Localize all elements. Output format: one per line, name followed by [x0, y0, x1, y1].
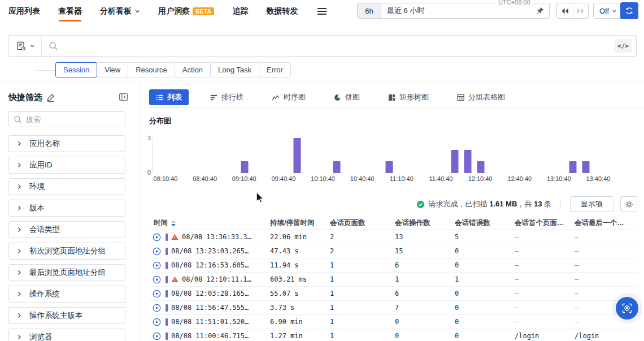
session-time: 08/08 11:56:47.555… [171, 304, 249, 312]
distribution-bar[interactable] [241, 161, 249, 173]
column-header-actions[interactable]: 会话操作数 [395, 218, 455, 228]
distribution-bar[interactable] [477, 161, 485, 173]
table-row[interactable]: 08/08 13:36:33.3… 22.06 min 2 13 5 – – [149, 230, 637, 244]
tab-error[interactable]: Error [259, 62, 291, 77]
tab-view[interactable]: View [97, 62, 128, 77]
skip-forward-button[interactable] [573, 3, 589, 18]
session-time: 08/08 12:03:28.165… [171, 290, 249, 297]
filter-panel[interactable]: 操作系统主版本 [8, 307, 125, 324]
session-duration: 1.27 min [270, 332, 330, 340]
filter-panel[interactable]: 环境 [8, 178, 125, 195]
view-pie-button[interactable]: 饼图 [327, 89, 367, 105]
x-tick-label: 10:10:40 [311, 175, 335, 182]
tab-long-task[interactable]: Long Task [210, 62, 259, 77]
display-items-button[interactable]: 显示项 [570, 196, 613, 212]
filter-panel[interactable]: 版本 [8, 200, 125, 217]
chevron-right-icon [16, 248, 22, 254]
filter-panel[interactable]: 浏览器 [8, 329, 125, 341]
session-type-bar [166, 234, 168, 241]
distribution-bar[interactable] [569, 161, 576, 173]
settings-button[interactable] [620, 196, 637, 212]
x-tick-label: 08:10:40 [154, 175, 178, 182]
session-page-count: 1 [330, 290, 395, 297]
session-duration: 11.94 s [270, 261, 330, 269]
view-list-button[interactable]: 列表 [149, 89, 189, 105]
session-replay-button[interactable] [153, 261, 161, 270]
nav-item-app-list[interactable]: 应用列表 [8, 6, 40, 16]
session-replay-button[interactable] [153, 290, 161, 298]
view-treemap-button[interactable]: 矩形树图 [381, 89, 436, 105]
column-header-first-page[interactable]: 会话首个页面… [515, 218, 575, 228]
distribution-bar[interactable] [385, 161, 393, 173]
skip-back-button[interactable] [557, 3, 573, 18]
view-ranking-button[interactable]: 排行榜 [203, 89, 250, 105]
nav-item-data-forwarding[interactable]: 数据转发 [266, 6, 298, 16]
session-action-count: 6 [395, 290, 455, 297]
session-error-count: 1 [455, 275, 515, 283]
session-action-count: 0 [395, 318, 455, 326]
session-replay-button[interactable] [153, 332, 161, 340]
saved-views-dropdown[interactable] [9, 36, 42, 56]
session-time: 08/08 12:10:11.1… [182, 275, 251, 283]
filter-panel[interactable]: 操作系统 [8, 286, 125, 303]
tab-session[interactable]: Session [55, 62, 97, 77]
session-time: 08/08 13:23:03.265… [171, 247, 249, 255]
time-range-picker[interactable]: UTC+08:00 6h 最近 6 小时 [357, 3, 550, 19]
session-replay-button[interactable] [153, 318, 161, 326]
distribution-bar[interactable] [464, 150, 471, 173]
column-header-pages[interactable]: 会话页面数 [330, 218, 395, 228]
nav-item-viewer[interactable]: 查看器 [58, 6, 82, 16]
edit-icon[interactable] [47, 93, 55, 102]
filter-search-input[interactable] [26, 115, 120, 124]
view-timeseries-button[interactable]: 时序图 [265, 89, 312, 105]
session-replay-button[interactable] [153, 233, 161, 241]
session-page-count: 1 [330, 275, 395, 283]
column-header-last-page[interactable]: 会话最后一个… [575, 218, 637, 228]
column-header-errors[interactable]: 会话错误数 [455, 218, 515, 228]
divider [140, 107, 644, 108]
column-header-time[interactable]: 时间 [149, 218, 270, 228]
refresh-button[interactable] [620, 2, 638, 19]
menu-icon[interactable] [317, 7, 327, 15]
x-tick-label: 08:40:40 [193, 175, 217, 182]
filter-panel-label: 初次浏览页面地址分组 [29, 246, 106, 256]
session-replay-button[interactable] [153, 247, 161, 256]
table-row[interactable]: 08/08 11:51:01.520… 6.90 min 1 0 0 – – [149, 315, 637, 329]
view-grouped-table-button[interactable]: 分组表格图 [450, 89, 512, 105]
session-replay-button[interactable] [153, 304, 161, 312]
filter-panel[interactable]: 最后浏览页面地址分组 [8, 264, 125, 281]
view-list-label: 列表 [167, 92, 182, 102]
code-mode-button[interactable]: </> [615, 39, 632, 53]
grouped-table-icon [457, 94, 464, 101]
nav-item-dashboard[interactable]: 分析看板 [100, 6, 140, 16]
sessions-table: 时间 持续/停留时间 会话页面数 会话操作数 会话错误数 会话首个页面… 会话最… [149, 218, 637, 341]
query-input[interactable] [63, 36, 615, 56]
distribution-bar[interactable] [294, 138, 301, 173]
session-error-count: 0 [455, 332, 515, 340]
filter-panel[interactable]: 应用名称 [8, 135, 125, 152]
distribution-bar[interactable] [451, 150, 458, 173]
filter-panel[interactable]: 会话类型 [8, 221, 125, 238]
filter-panel[interactable]: 应用ID [8, 157, 125, 174]
table-row[interactable]: 08/08 12:03:28.165… 55.07 s 1 6 0 – – [149, 287, 637, 301]
table-row[interactable]: 08/08 12:10:11.1… 603.21 ms 1 1 1 – – [149, 273, 637, 287]
pin-icon[interactable] [536, 6, 545, 15]
nav-item-user-insight[interactable]: 用户洞察 BETA [158, 6, 214, 16]
table-row[interactable]: 08/08 13:23:03.265… 47.43 s 2 15 0 – – [149, 244, 637, 258]
distribution-bar[interactable] [582, 161, 589, 173]
nav-item-tracing[interactable]: 追踪 [232, 6, 248, 16]
session-replay-button[interactable] [153, 275, 161, 284]
distribution-bar[interactable] [333, 161, 340, 173]
filter-panel[interactable]: 初次浏览页面地址分组 [8, 243, 125, 260]
tab-resource[interactable]: Resource [128, 62, 175, 77]
session-replay-fab[interactable] [616, 297, 638, 320]
collapse-sidebar-icon[interactable] [119, 92, 128, 102]
table-row[interactable]: 08/08 11:56:47.555… 3.73 s 1 7 0 – – [149, 301, 637, 315]
tab-action[interactable]: Action [175, 62, 211, 77]
column-header-duration[interactable]: 持续/停留时间 [270, 218, 330, 228]
auto-refresh-select[interactable]: Off [593, 3, 622, 19]
session-last-page: – [575, 290, 637, 297]
table-row[interactable]: 08/08 11:00:46.715… 1.27 min 1 0 0 /logi… [149, 329, 637, 341]
chevron-right-icon [16, 227, 22, 232]
table-row[interactable]: 08/08 12:16:53.605… 11.94 s 1 6 0 – – [149, 258, 637, 273]
